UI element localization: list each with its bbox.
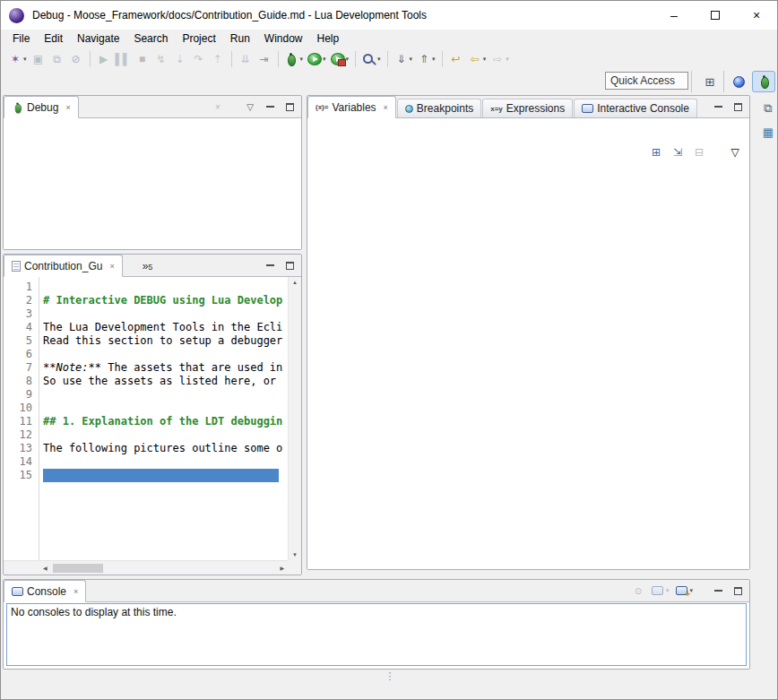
code-line[interactable]: ## 1. Explanation of the LDT debuggin	[43, 415, 288, 428]
show-type-names-button[interactable]: ⊞	[647, 143, 665, 162]
collapse-all-button[interactable]: ⊟	[690, 143, 708, 162]
editor-maximize-button[interactable]	[281, 257, 298, 273]
skip-all-breakpoints-button[interactable]: ⊘	[67, 49, 85, 69]
code-line[interactable]: Read this section to setup a debugger	[43, 334, 288, 348]
next-annotation-button[interactable]: ⇓▾	[393, 49, 415, 69]
save-button[interactable]: ▣	[30, 49, 48, 69]
close-icon[interactable]: ×	[73, 587, 78, 596]
code-line[interactable]: The Lua Development Tools in the Ecli	[43, 321, 288, 334]
tab-breakpoints[interactable]: Breakpoints	[397, 99, 481, 117]
search-button[interactable]: ▾	[360, 49, 383, 69]
forward-button[interactable]: ⇨▾	[488, 49, 511, 69]
run-button[interactable]: ▾	[306, 49, 328, 69]
close-icon[interactable]: ×	[65, 103, 70, 112]
tab-expressions[interactable]: x=yExpressions	[482, 99, 573, 117]
use-step-filters-button[interactable]: ⇥	[255, 49, 273, 69]
tab-variables[interactable]: (x)=Variables×	[307, 96, 396, 118]
previous-annotation-button[interactable]: ⇑▾	[415, 49, 437, 69]
suspend-button[interactable]: ▌▌	[114, 49, 133, 69]
pin-console-button[interactable]: ⊙	[629, 583, 647, 599]
step-return-button[interactable]: ⇡	[209, 49, 227, 69]
tab-contribution-guide[interactable]: Contribution_Gu ×	[4, 255, 123, 277]
debug-button[interactable]: ▾	[283, 49, 306, 69]
scrollbar-thumb[interactable]	[53, 564, 103, 573]
toolbar-separator	[90, 51, 91, 67]
debug-view: Debug × ×▽	[3, 95, 302, 250]
menu-help[interactable]: Help	[310, 30, 347, 47]
close-window-button[interactable]: ×	[736, 1, 777, 30]
terminate-button[interactable]: ■	[134, 49, 151, 69]
debug-perspective-button[interactable]	[752, 71, 775, 92]
tab-console[interactable]: Console ×	[4, 580, 86, 602]
scroll-right-icon[interactable]: ▶	[280, 565, 284, 571]
code-line[interactable]: So use the assets as listed here, or	[43, 375, 288, 388]
minimize-window-button[interactable]: –	[653, 1, 695, 30]
open-perspective-button[interactable]: ⊞	[698, 71, 722, 92]
code-line[interactable]	[43, 307, 288, 321]
sash-handle[interactable]: ⋮	[381, 670, 399, 682]
resume-button[interactable]: ▶	[95, 49, 113, 69]
open-console-button[interactable]: ▾	[672, 583, 695, 599]
menu-file[interactable]: File	[5, 30, 37, 47]
code-line[interactable]	[43, 281, 288, 294]
step-into-button[interactable]: ⇣	[171, 49, 189, 69]
code-line[interactable]	[43, 388, 288, 402]
scroll-down-icon[interactable]: ▼	[292, 552, 298, 557]
show-logical-structures-button[interactable]: ⇲	[669, 143, 687, 162]
debug-icon	[285, 53, 299, 65]
tab-label: Expressions	[506, 102, 565, 115]
breakpoint-tab-icon	[405, 105, 413, 113]
code-line[interactable]	[43, 469, 279, 482]
remove-all-terminated-button[interactable]: ×	[209, 99, 227, 115]
menu-run[interactable]: Run	[223, 30, 257, 47]
save-all-button[interactable]: ⧉	[48, 49, 66, 69]
tab-interactive-console[interactable]: Interactive Console	[574, 99, 697, 117]
toolbar-spacer	[712, 152, 722, 153]
back-button[interactable]: ⇦▾	[466, 49, 488, 69]
last-edit-location-button[interactable]: ↩	[447, 49, 465, 69]
maximize-window-button[interactable]	[695, 1, 736, 30]
console-minimize-button[interactable]	[709, 583, 727, 599]
scroll-up-icon[interactable]: ▲	[292, 280, 298, 285]
menu-project[interactable]: Project	[175, 30, 222, 47]
code-line[interactable]	[43, 402, 288, 415]
code-line[interactable]: # Interactive DEBUG using Lua Develop	[43, 294, 288, 307]
external-tools-button[interactable]: ▾	[329, 49, 351, 69]
show-logical-structures-icon: ⇲	[670, 145, 685, 160]
ldt-perspective-button[interactable]	[727, 71, 750, 92]
console-maximize-button[interactable]	[729, 583, 747, 599]
hidden-editors-chevron[interactable]: »5	[143, 260, 153, 272]
variables-minimize-button[interactable]	[709, 99, 727, 115]
editor-horizontal-scrollbar[interactable]: ◀ ▶	[39, 560, 288, 575]
minimized-view-restore-button[interactable]: ⧉	[759, 99, 777, 118]
menu-navigate[interactable]: Navigate	[70, 30, 126, 47]
close-icon[interactable]: ×	[109, 262, 114, 271]
tab-debug[interactable]: Debug ×	[4, 96, 79, 118]
variables-view-menu-button[interactable]: ▽	[726, 143, 744, 162]
editor-vertical-scrollbar[interactable]: ▲ ▼	[288, 277, 301, 560]
menu-edit[interactable]: Edit	[37, 30, 70, 47]
menu-window[interactable]: Window	[257, 30, 310, 47]
new-wizard-button[interactable]: ✶▾	[6, 49, 29, 69]
close-icon[interactable]: ×	[384, 103, 388, 112]
code-line[interactable]: **Note:** The assets that are used in	[43, 361, 288, 375]
variables-maximize-button[interactable]	[729, 99, 747, 115]
code-line[interactable]	[43, 428, 288, 442]
disconnect-button[interactable]: ↯	[152, 49, 170, 69]
debug-minimize-button[interactable]	[261, 99, 279, 115]
toolbar-separator	[442, 51, 443, 67]
display-selected-console-button[interactable]: ▾	[649, 583, 671, 599]
code-line[interactable]: The following pictures outline some o	[43, 442, 288, 455]
menu-search[interactable]: Search	[126, 30, 175, 47]
editor-code[interactable]: # Interactive DEBUG using Lua DevelopThe…	[40, 277, 288, 560]
step-over-button[interactable]: ↷	[190, 49, 208, 69]
code-line[interactable]	[43, 455, 288, 469]
debug-maximize-button[interactable]	[281, 99, 298, 115]
debug-view-menu-button[interactable]: ▽	[241, 99, 259, 115]
drop-to-frame-button[interactable]: ⇊	[237, 49, 255, 69]
scroll-left-icon[interactable]: ◀	[43, 565, 48, 571]
editor-minimize-button[interactable]	[261, 257, 279, 273]
minimized-view-button[interactable]: ▦	[759, 122, 777, 142]
quick-access-input[interactable]: Quick Access	[605, 72, 688, 90]
code-line[interactable]	[43, 348, 288, 361]
